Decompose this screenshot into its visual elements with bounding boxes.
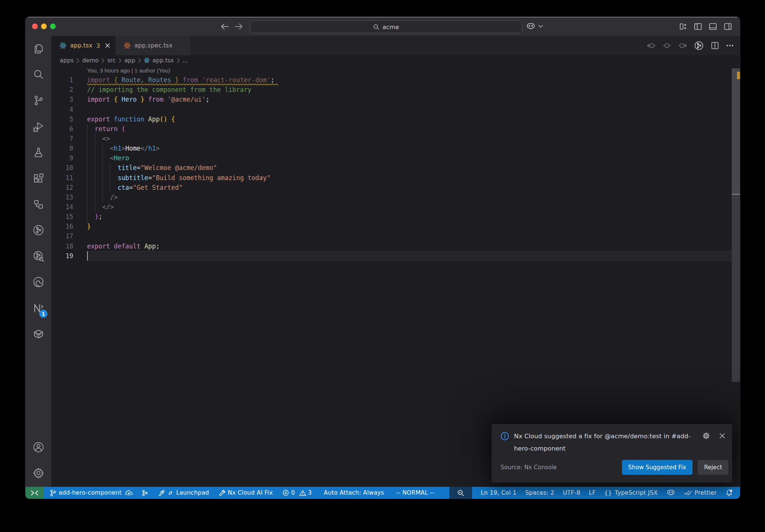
split-editor-icon[interactable] [711,41,719,50]
code-line[interactable]: 15 ); [51,212,740,222]
command-center-search[interactable]: acme [250,21,522,33]
cursor-position-status[interactable]: Ln 19, Col 1 [481,489,517,496]
close-window-button[interactable] [32,24,38,29]
code-line[interactable]: 3import { Hero } from '@acme/ui'; [51,95,740,104]
zoom-status[interactable] [449,487,472,499]
breadcrumb-item[interactable]: demo [82,57,99,64]
activity-bar-containers-icon[interactable] [25,321,51,347]
activity-bar-top-group: 1 [25,36,51,347]
next-change-icon[interactable] [678,42,687,49]
notifications-bell-icon[interactable] [725,489,733,497]
close-tab-icon[interactable] [105,43,110,48]
notification-header-row: Nx Cloud suggested a fix for @acme/demo:… [492,424,732,455]
activity-bar-manage-icon[interactable] [25,460,51,486]
toggle-secondary-sidebar-icon[interactable] [724,22,732,31]
code-line[interactable]: 9 <Hero [51,153,740,163]
code-line-content: // importing the component from the libr… [73,85,251,95]
code-line[interactable]: 8 <h1>Home</h1> [51,143,740,153]
activity-bar-gitlens-inspect-icon[interactable] [25,243,51,269]
activity-bar-accounts-icon[interactable] [25,434,51,460]
formatter-status[interactable]: Prettier [684,489,717,496]
copilot-icon[interactable] [526,22,536,31]
breadcrumb-item[interactable]: apps [60,57,74,64]
git-branch-status[interactable]: add-hero-component [50,489,133,497]
code-editor[interactable]: You, 3 hours ago | 1 author (You) 1impor… [51,65,740,487]
vim-mode-status[interactable]: -- NORMAL -- [396,489,434,496]
code-line[interactable]: 5export function App() { [51,114,740,124]
activity-bar-explorer-icon[interactable] [25,36,51,62]
navigate-forward-icon[interactable] [235,23,243,30]
title-bar: acme [25,17,740,36]
copilot-menu[interactable] [526,17,543,36]
line-number: 9 [51,153,73,163]
breadcrumb-item-symbol[interactable]: ... [183,57,188,64]
code-line-content [73,105,87,114]
navigate-back-icon[interactable] [220,23,229,30]
code-line[interactable]: 13 /> [51,192,740,202]
activity-bar-run-and-debug-icon[interactable] [25,114,51,139]
code-line[interactable]: 14 </> [51,202,740,212]
activity-bar-infrastructure-icon[interactable] [25,191,51,217]
nx-cloud-fix-status[interactable]: Nx Cloud AI Fix [219,489,273,496]
code-line[interactable]: 10 title="Welcmoe @acme/demo" [51,163,740,173]
code-line[interactable]: 6 return ( [51,124,740,134]
status-bar: add-hero-component Launchpad [25,487,740,499]
previous-change-icon[interactable] [647,42,656,49]
tab-app-spec-tsx[interactable]: app.spec.tsx [115,36,191,55]
code-line[interactable]: 7 <> [51,134,740,143]
code-line[interactable]: 12 cta="Get Started" [51,183,740,192]
code-line-content: export function App() { [73,114,175,124]
line-number: 16 [51,222,73,231]
editor-scrollbar[interactable] [732,68,740,194]
source-control-graph-icon[interactable] [694,41,704,50]
activity-bar-source-control-icon[interactable] [25,88,51,114]
activity-bar-extensions-icon[interactable] [25,166,51,191]
code-line[interactable]: 2// importing the component from the lib… [51,85,740,95]
breadcrumb-item-file[interactable]: app.tsx [144,57,174,64]
line-number: 4 [51,105,73,114]
plug-icon [167,489,174,496]
more-actions-icon[interactable] [726,44,734,47]
customize-layout-icon[interactable] [679,22,687,31]
remote-indicator[interactable] [25,487,44,499]
auto-attach-status[interactable]: Auto Attach: Always [324,489,384,496]
copilot-status-icon[interactable] [666,488,675,497]
launchpad-status[interactable]: Launchpad [158,489,209,497]
chevron-down-icon[interactable] [538,25,543,28]
breadcrumb-item[interactable]: src [107,57,116,64]
reject-button[interactable]: Reject [698,460,728,475]
chevron-right-icon [177,58,180,63]
tab-label: app.spec.tsx [134,42,173,49]
encoding-status[interactable]: UTF-8 [563,489,580,496]
tab-app-tsx[interactable]: app.tsx 3 [51,36,115,55]
notification-settings-gear-icon[interactable] [702,432,710,440]
eol-status[interactable]: LF [589,489,596,496]
problems-status[interactable]: 0 3 [282,489,312,496]
activity-bar-search-icon[interactable] [25,62,51,87]
code-line[interactable]: 16} [51,222,740,231]
code-line[interactable]: 17 [51,231,740,241]
toggle-panel-icon[interactable] [709,22,717,31]
close-notification-icon[interactable] [719,432,725,440]
notification-buttons: Show Suggested Fix Reject [622,460,728,475]
commit-graph-icon[interactable] [142,489,148,497]
breadcrumb-item[interactable]: app [124,57,135,64]
activity-bar-testing-icon[interactable] [25,140,51,166]
minimize-window-button[interactable] [41,24,47,29]
code-line[interactable]: 18export default App; [51,241,740,251]
code-line[interactable]: 19 [51,251,740,261]
code-line[interactable]: 11 subtitle="Build something amazing tod… [51,173,740,183]
indentation-status[interactable]: Spaces: 2 [525,489,554,496]
show-suggested-fix-button[interactable]: Show Suggested Fix [622,460,693,475]
activity-bar-nx-console-icon[interactable]: 1 [25,295,51,321]
code-line[interactable]: 4 [51,105,740,114]
activity-bar-gitlens-icon[interactable] [25,217,51,243]
toggle-primary-sidebar-icon[interactable] [694,22,702,31]
line-number: 17 [51,231,73,241]
zoom-window-button[interactable] [50,24,56,29]
activity-bar-edge-tools-icon[interactable] [25,269,51,295]
codelens-blame[interactable]: You, 3 hours ago | 1 author (You) [51,65,740,75]
language-mode-status[interactable]: {} TypeScript JSX [604,489,658,496]
current-change-icon[interactable] [663,42,671,49]
code-line-content: } [73,222,91,231]
